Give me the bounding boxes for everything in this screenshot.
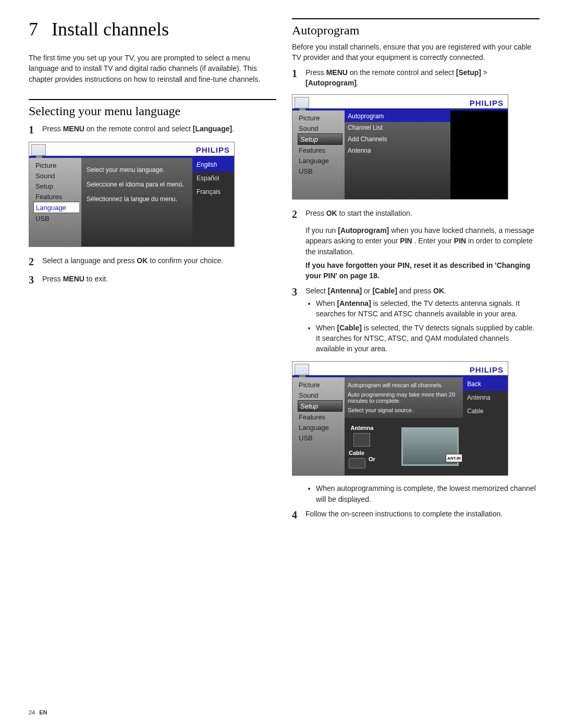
diagram-label-cable: Cable xyxy=(349,450,365,456)
diagram-label-or: Or xyxy=(369,456,375,462)
sidebar-menu: Picture Sound Setup Features Language US… xyxy=(29,158,81,246)
option: Add Channels xyxy=(345,133,450,145)
brand-logo: PHILIPS xyxy=(196,145,230,154)
sidebar-item-active: Setup xyxy=(298,400,342,412)
divider xyxy=(292,18,540,19)
sidebar-item: Features xyxy=(298,145,342,155)
right-options: English Español Français xyxy=(192,158,234,246)
sidebar-item: Sound xyxy=(298,390,342,400)
diagram: Antenna Cable Or xyxy=(345,418,463,475)
sidebar-menu: Picture Sound Setup Features Language US… xyxy=(292,110,345,199)
chapter-heading: 7 Install channels xyxy=(29,18,276,40)
tv-screen-icon: ANT.IN xyxy=(401,427,459,466)
sidebar-item: Features xyxy=(298,412,342,422)
sidebar-item: Sound xyxy=(298,123,342,133)
option: Español xyxy=(192,171,234,185)
brand-logo: PHILIPS xyxy=(470,365,504,374)
option: Antenna xyxy=(463,391,508,404)
option: Channel List xyxy=(345,122,450,133)
right-step-4: 4 Follow the on-screen instructions to c… xyxy=(292,508,540,523)
left-step-3: 3 Press MENU to exit. xyxy=(29,273,276,288)
option-highlight: English xyxy=(192,158,234,171)
sidebar-item: Picture xyxy=(298,379,342,390)
right-intro: Before you install channels, ensure that… xyxy=(292,42,540,63)
cable-box-icon xyxy=(349,458,365,468)
section-title-left: Selecting your menu language xyxy=(29,104,276,118)
diagram-label-antenna: Antenna xyxy=(350,425,373,431)
sidebar-menu: Picture Sound Setup Features Language US… xyxy=(292,377,345,475)
chapter-title: Install channels xyxy=(52,18,169,40)
sidebar-item: Picture xyxy=(298,113,342,123)
sidebar-item: Language xyxy=(298,155,342,166)
option-highlight: Back xyxy=(463,377,508,391)
monitor-icon xyxy=(295,364,309,375)
sidebar-item: USB xyxy=(298,433,342,443)
sidebar-item-active: Language xyxy=(33,202,79,213)
chapter-number: 7 xyxy=(29,18,38,40)
option: Français xyxy=(192,185,234,199)
chapter-intro: The first time you set up your TV, you a… xyxy=(29,53,276,84)
left-step-2: 2 Select a language and press OK to conf… xyxy=(29,254,276,269)
mid-pane: Select your menu language. Seleccione el… xyxy=(81,158,192,246)
sidebar-item: USB xyxy=(298,166,342,176)
sidebar-item: Language xyxy=(298,422,342,433)
monitor-icon xyxy=(31,144,46,156)
option: Cable xyxy=(463,404,508,418)
sidebar-item: Features xyxy=(34,191,79,202)
option-highlight: Autoprogram xyxy=(345,110,450,122)
screenshot-autoprogram-menu: PHILIPS Picture Sound Setup Features Lan… xyxy=(292,94,508,200)
right-step-2-note: If you run [Autoprogram] when you have l… xyxy=(305,225,540,281)
monitor-icon xyxy=(295,97,309,108)
sidebar-item: USB xyxy=(34,213,79,224)
right-step-3: 3 Select [Antenna] or [Cable] and press … xyxy=(292,285,540,357)
mid-row: Sélectionnez la langue du menu. xyxy=(87,190,187,205)
screenshot-antenna-cable: PHILIPS Picture Sound Setup Features Lan… xyxy=(292,361,508,476)
bullet: When [Antenna] is selected, the TV detec… xyxy=(316,298,540,319)
mid-row: Seleccione el idioma para el menú. xyxy=(87,176,187,190)
antin-label: ANT.IN xyxy=(446,454,462,462)
sidebar-item: Setup xyxy=(34,181,79,191)
divider xyxy=(29,99,276,100)
right-step-1: 1 Press MENU on the remote control and s… xyxy=(292,66,540,91)
left-step-1: 1 Press MENU on the remote control and s… xyxy=(29,122,276,138)
mid-row: Select your menu language. xyxy=(87,161,187,176)
brand-logo: PHILIPS xyxy=(470,98,504,107)
section-title-right: Autoprogram xyxy=(292,23,540,38)
sidebar-item-active: Setup xyxy=(298,133,342,145)
bullet: When autoprogramming is complete, the lo… xyxy=(316,483,540,504)
bullet: When [Cable] is selected, the TV detects… xyxy=(316,323,540,354)
sidebar-item: Picture xyxy=(34,160,79,170)
note-panel: Autoprogram will rescan all channels. Au… xyxy=(345,377,463,418)
screenshot-language-menu: PHILIPS Picture Sound Setup Features Lan… xyxy=(29,142,235,247)
option: Antenna xyxy=(345,145,450,156)
antenna-icon xyxy=(353,433,370,447)
right-step-2: 2 Press OK to start the installation. xyxy=(292,207,540,222)
sidebar-item: Sound xyxy=(34,170,79,181)
